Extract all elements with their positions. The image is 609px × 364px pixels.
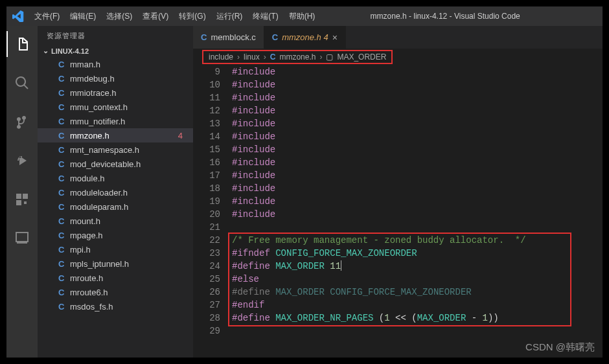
file-item[interactable]: Cmount.h [38, 214, 193, 228]
file-item[interactable]: Cmmiotrace.h [38, 85, 193, 100]
activity-scm[interactable] [6, 109, 38, 135]
breadcrumb-seg[interactable]: mmzone.h [279, 52, 316, 62]
menu-terminal[interactable]: 终端(T) [247, 6, 283, 26]
menu-edit[interactable]: 编辑(E) [65, 6, 101, 26]
symbol-icon: ▢ [326, 52, 333, 62]
chevron-right-icon: › [319, 52, 322, 62]
activity-bar [6, 26, 38, 358]
menu-run[interactable]: 运行(R) [211, 6, 248, 26]
breadcrumb-seg[interactable]: MAX_ORDER [337, 52, 386, 62]
line-gutter: 9101112131415161718192021222324252627282… [193, 65, 232, 358]
c-icon: C [58, 88, 70, 98]
project-name: LINUX-4.12 [51, 47, 89, 55]
file-item[interactable]: Cmroute6.h [38, 285, 193, 299]
file-item[interactable]: Cmroute.h [38, 271, 193, 285]
file-item[interactable]: Cmman.h [38, 57, 193, 71]
c-icon: C [58, 245, 70, 255]
project-header[interactable]: ⌄ LINUX-4.12 [38, 45, 193, 57]
activity-search[interactable] [6, 70, 38, 96]
c-icon: C [58, 216, 70, 226]
c-icon: C [58, 288, 70, 297]
file-item[interactable]: Cmmzone.h4 [38, 128, 193, 142]
file-item[interactable]: Cmpage.h [38, 228, 193, 242]
file-name: mmu_notifier.h [70, 117, 193, 126]
menu-view[interactable]: 查看(V) [137, 6, 174, 26]
c-icon: C [58, 60, 70, 69]
c-icon: C [58, 202, 70, 212]
editor-tab[interactable]: Cmmzone.h 4× [264, 26, 346, 49]
c-icon: C [58, 231, 70, 240]
play-bug-icon [14, 153, 30, 168]
extensions-icon [14, 192, 30, 207]
file-name: mount.h [70, 216, 193, 226]
file-name: mmzone.h [70, 131, 178, 141]
c-icon: C [58, 131, 70, 141]
menu-file[interactable]: 文件(F) [29, 6, 65, 26]
c-icon: C [58, 102, 70, 112]
file-name: mod_devicetable.h [70, 159, 193, 169]
file-item[interactable]: Cmoduleloader.h [38, 185, 193, 199]
chevron-right-icon: › [264, 52, 266, 62]
c-icon: C [201, 32, 207, 42]
remote-icon [14, 231, 30, 246]
chevron-down-icon: ⌄ [43, 47, 49, 55]
file-item[interactable]: Cmpls_iptunnel.h [38, 256, 193, 271]
c-icon: C [58, 188, 70, 198]
file-name: mman.h [70, 60, 193, 69]
file-item[interactable]: Cmodule.h [38, 171, 193, 185]
activity-debug[interactable] [6, 148, 38, 174]
activity-extensions[interactable] [6, 187, 38, 212]
chevron-right-icon: › [237, 52, 240, 62]
code-area[interactable]: 9101112131415161718192021222324252627282… [193, 65, 603, 358]
breadcrumb-seg[interactable]: include [209, 52, 233, 62]
breadcrumb[interactable]: include › linux › C mmzone.h › ▢ MAX_ORD… [193, 49, 603, 65]
c-icon: C [58, 259, 70, 269]
c-icon: C [58, 117, 70, 126]
branch-icon [14, 114, 30, 130]
file-name: moduleloader.h [70, 188, 193, 198]
file-item[interactable]: Cmnt_namespace.h [38, 142, 193, 157]
c-icon: C [58, 145, 70, 155]
file-item[interactable]: Cmod_devicetable.h [38, 157, 193, 171]
error-badge: 4 [178, 131, 193, 141]
file-item[interactable]: Cmmu_context.h [38, 100, 193, 114]
file-item[interactable]: Cmmu_notifier.h [38, 114, 193, 128]
c-icon: C [58, 74, 70, 84]
files-icon [15, 36, 30, 52]
app-logo [6, 10, 29, 22]
file-item[interactable]: Cmmdebug.h [38, 71, 193, 85]
editor-tab[interactable]: Cmemblock.c [193, 26, 264, 49]
code-content[interactable]: #include #include #include #include #inc… [232, 65, 603, 358]
file-name: msdos_fs.h [70, 302, 193, 312]
file-list: Cmman.hCmmdebug.hCmmiotrace.hCmmu_contex… [38, 57, 193, 358]
file-name: mmdebug.h [70, 74, 193, 84]
c-icon: C [270, 52, 276, 62]
activity-explorer[interactable] [6, 31, 38, 57]
menu-select[interactable]: 选择(S) [101, 6, 137, 26]
breadcrumb-seg[interactable]: linux [244, 52, 260, 62]
search-icon [14, 75, 30, 91]
c-icon: C [58, 174, 70, 183]
c-icon: C [58, 159, 70, 169]
file-name: mnt_namespace.h [70, 145, 193, 155]
editor-tabs: Cmemblock.cCmmzone.h 4× [193, 26, 603, 49]
menu-goto[interactable]: 转到(G) [174, 6, 211, 26]
close-icon[interactable]: × [332, 32, 338, 43]
menu-help[interactable]: 帮助(H) [284, 6, 321, 26]
file-name: mpls_iptunnel.h [70, 259, 193, 269]
explorer-title: 资源管理器 [38, 26, 193, 45]
file-name: mpi.h [70, 245, 193, 255]
file-name: moduleparam.h [70, 202, 193, 212]
c-icon: C [272, 32, 278, 42]
c-icon: C [58, 302, 70, 312]
file-name: mpage.h [70, 231, 193, 240]
file-name: mroute6.h [70, 288, 193, 297]
file-name: mroute.h [70, 273, 193, 283]
activity-remote[interactable] [6, 225, 38, 251]
file-item[interactable]: Cmsdos_fs.h [38, 299, 193, 313]
sidebar: 资源管理器 ⌄ LINUX-4.12 Cmman.hCmmdebug.hCmmi… [38, 26, 193, 358]
file-item[interactable]: Cmoduleparam.h [38, 199, 193, 214]
file-name: module.h [70, 174, 193, 183]
file-item[interactable]: Cmpi.h [38, 242, 193, 256]
file-name: mmu_context.h [70, 102, 193, 112]
